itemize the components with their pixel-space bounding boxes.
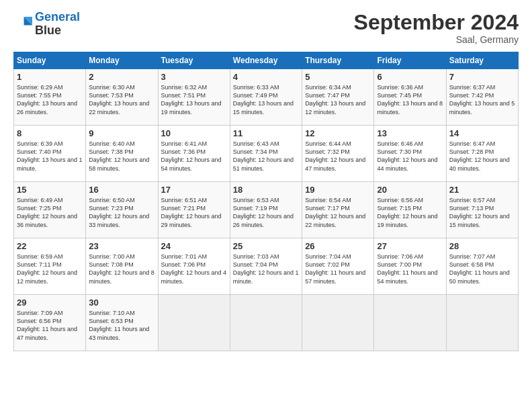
cell-info: Sunrise: 6:39 AM Sunset: 7:40 PM Dayligh… [17, 140, 83, 173]
cell-info: Sunrise: 6:51 AM Sunset: 7:21 PM Dayligh… [161, 196, 227, 229]
calendar-cell: 24Sunrise: 7:01 AM Sunset: 7:06 PM Dayli… [158, 238, 230, 295]
cell-info: Sunrise: 6:36 AM Sunset: 7:45 PM Dayligh… [377, 83, 443, 116]
week-row-2: 8Sunrise: 6:39 AM Sunset: 7:40 PM Daylig… [14, 126, 519, 182]
calendar-cell: 21Sunrise: 6:57 AM Sunset: 7:13 PM Dayli… [446, 182, 518, 238]
calendar-cell: 4Sunrise: 6:33 AM Sunset: 7:49 PM Daylig… [230, 69, 302, 126]
weekday-header-friday: Friday [374, 52, 446, 69]
cell-info: Sunrise: 6:57 AM Sunset: 7:13 PM Dayligh… [449, 196, 515, 229]
cell-info: Sunrise: 6:54 AM Sunset: 7:17 PM Dayligh… [305, 196, 371, 229]
calendar-cell [158, 295, 230, 351]
day-number: 15 [17, 185, 83, 195]
calendar-cell: 9Sunrise: 6:40 AM Sunset: 7:38 PM Daylig… [86, 126, 158, 182]
logo-text: General Blue [35, 11, 80, 38]
calendar-cell: 11Sunrise: 6:43 AM Sunset: 7:34 PM Dayli… [230, 126, 302, 182]
day-number: 22 [17, 241, 83, 251]
calendar-cell: 30Sunrise: 7:10 AM Sunset: 6:53 PM Dayli… [86, 295, 158, 351]
week-row-5: 29Sunrise: 7:09 AM Sunset: 6:56 PM Dayli… [14, 295, 519, 351]
day-number: 9 [89, 128, 154, 138]
calendar-cell: 5Sunrise: 6:34 AM Sunset: 7:47 PM Daylig… [302, 69, 374, 126]
cell-info: Sunrise: 6:56 AM Sunset: 7:15 PM Dayligh… [377, 196, 443, 229]
cell-info: Sunrise: 6:43 AM Sunset: 7:34 PM Dayligh… [233, 140, 299, 173]
day-number: 26 [305, 241, 371, 251]
location: Saal, Germany [354, 34, 519, 45]
calendar-cell: 12Sunrise: 6:44 AM Sunset: 7:32 PM Dayli… [302, 126, 374, 182]
cell-info: Sunrise: 6:37 AM Sunset: 7:42 PM Dayligh… [449, 83, 515, 116]
cell-info: Sunrise: 6:33 AM Sunset: 7:49 PM Dayligh… [233, 83, 299, 116]
cell-info: Sunrise: 6:30 AM Sunset: 7:53 PM Dayligh… [89, 83, 154, 116]
cell-info: Sunrise: 6:47 AM Sunset: 7:28 PM Dayligh… [449, 140, 515, 173]
day-number: 25 [233, 241, 299, 251]
title-block: September 2024 Saal, Germany [354, 11, 519, 45]
cell-info: Sunrise: 6:44 AM Sunset: 7:32 PM Dayligh… [305, 140, 371, 173]
day-number: 8 [17, 128, 83, 138]
calendar-cell [446, 295, 518, 351]
weekday-header-sunday: Sunday [14, 52, 86, 69]
cell-info: Sunrise: 7:07 AM Sunset: 6:58 PM Dayligh… [449, 253, 515, 285]
week-row-3: 15Sunrise: 6:49 AM Sunset: 7:25 PM Dayli… [14, 182, 519, 238]
calendar-cell: 19Sunrise: 6:54 AM Sunset: 7:17 PM Dayli… [302, 182, 374, 238]
day-number: 2 [89, 72, 154, 82]
calendar-cell [302, 295, 374, 351]
day-number: 16 [89, 185, 154, 195]
weekday-header-wednesday: Wednesday [230, 52, 302, 69]
day-number: 3 [161, 72, 227, 82]
calendar-cell: 3Sunrise: 6:32 AM Sunset: 7:51 PM Daylig… [158, 69, 230, 126]
calendar-cell: 2Sunrise: 6:30 AM Sunset: 7:53 PM Daylig… [86, 69, 158, 126]
day-number: 13 [377, 128, 443, 138]
cell-info: Sunrise: 6:41 AM Sunset: 7:36 PM Dayligh… [161, 140, 227, 173]
day-number: 1 [17, 72, 83, 82]
cell-info: Sunrise: 6:50 AM Sunset: 7:23 PM Dayligh… [89, 196, 154, 229]
day-number: 11 [233, 128, 299, 138]
cell-info: Sunrise: 6:32 AM Sunset: 7:51 PM Dayligh… [161, 83, 227, 116]
calendar-cell: 25Sunrise: 7:03 AM Sunset: 7:04 PM Dayli… [230, 238, 302, 295]
day-number: 5 [305, 72, 371, 82]
header: General Blue September 2024 Saal, German… [13, 11, 519, 45]
cell-info: Sunrise: 6:29 AM Sunset: 7:55 PM Dayligh… [17, 83, 83, 116]
calendar-cell: 18Sunrise: 6:53 AM Sunset: 7:19 PM Dayli… [230, 182, 302, 238]
cell-info: Sunrise: 6:46 AM Sunset: 7:30 PM Dayligh… [377, 140, 443, 173]
weekday-header-tuesday: Tuesday [158, 52, 230, 69]
cell-info: Sunrise: 7:01 AM Sunset: 7:06 PM Dayligh… [161, 253, 227, 285]
cell-info: Sunrise: 6:34 AM Sunset: 7:47 PM Dayligh… [305, 83, 371, 116]
calendar-cell: 23Sunrise: 7:00 AM Sunset: 7:08 PM Dayli… [86, 238, 158, 295]
cell-info: Sunrise: 6:49 AM Sunset: 7:25 PM Dayligh… [17, 196, 83, 229]
day-number: 28 [449, 241, 515, 251]
cell-info: Sunrise: 7:06 AM Sunset: 7:00 PM Dayligh… [377, 253, 443, 285]
logo-icon [13, 15, 32, 34]
calendar-cell: 6Sunrise: 6:36 AM Sunset: 7:45 PM Daylig… [374, 69, 446, 126]
day-number: 14 [449, 128, 515, 138]
cell-info: Sunrise: 7:03 AM Sunset: 7:04 PM Dayligh… [233, 253, 299, 285]
day-number: 6 [377, 72, 443, 82]
calendar-cell: 22Sunrise: 6:59 AM Sunset: 7:11 PM Dayli… [14, 238, 86, 295]
weekday-header-thursday: Thursday [302, 52, 374, 69]
calendar-cell: 28Sunrise: 7:07 AM Sunset: 6:58 PM Dayli… [446, 238, 518, 295]
calendar-cell: 13Sunrise: 6:46 AM Sunset: 7:30 PM Dayli… [374, 126, 446, 182]
weekday-header-row: SundayMondayTuesdayWednesdayThursdayFrid… [14, 52, 519, 69]
page: General Blue September 2024 Saal, German… [0, 0, 532, 411]
weekday-header-saturday: Saturday [446, 52, 518, 69]
calendar-cell: 27Sunrise: 7:06 AM Sunset: 7:00 PM Dayli… [374, 238, 446, 295]
day-number: 17 [161, 185, 227, 195]
day-number: 4 [233, 72, 299, 82]
day-number: 27 [377, 241, 443, 251]
day-number: 18 [233, 185, 299, 195]
cell-info: Sunrise: 7:04 AM Sunset: 7:02 PM Dayligh… [305, 253, 371, 285]
day-number: 12 [305, 128, 371, 138]
day-number: 30 [89, 298, 154, 308]
logo: General Blue [13, 11, 80, 38]
calendar-table: SundayMondayTuesdayWednesdayThursdayFrid… [13, 52, 519, 351]
weekday-header-monday: Monday [86, 52, 158, 69]
calendar-cell: 1Sunrise: 6:29 AM Sunset: 7:55 PM Daylig… [14, 69, 86, 126]
day-number: 20 [377, 185, 443, 195]
calendar-cell: 16Sunrise: 6:50 AM Sunset: 7:23 PM Dayli… [86, 182, 158, 238]
calendar-cell: 29Sunrise: 7:09 AM Sunset: 6:56 PM Dayli… [14, 295, 86, 351]
day-number: 19 [305, 185, 371, 195]
calendar-cell: 8Sunrise: 6:39 AM Sunset: 7:40 PM Daylig… [14, 126, 86, 182]
week-row-1: 1Sunrise: 6:29 AM Sunset: 7:55 PM Daylig… [14, 69, 519, 126]
day-number: 10 [161, 128, 227, 138]
day-number: 21 [449, 185, 515, 195]
calendar-cell: 17Sunrise: 6:51 AM Sunset: 7:21 PM Dayli… [158, 182, 230, 238]
day-number: 24 [161, 241, 227, 251]
month-title: September 2024 [354, 11, 519, 34]
calendar-cell: 14Sunrise: 6:47 AM Sunset: 7:28 PM Dayli… [446, 126, 518, 182]
